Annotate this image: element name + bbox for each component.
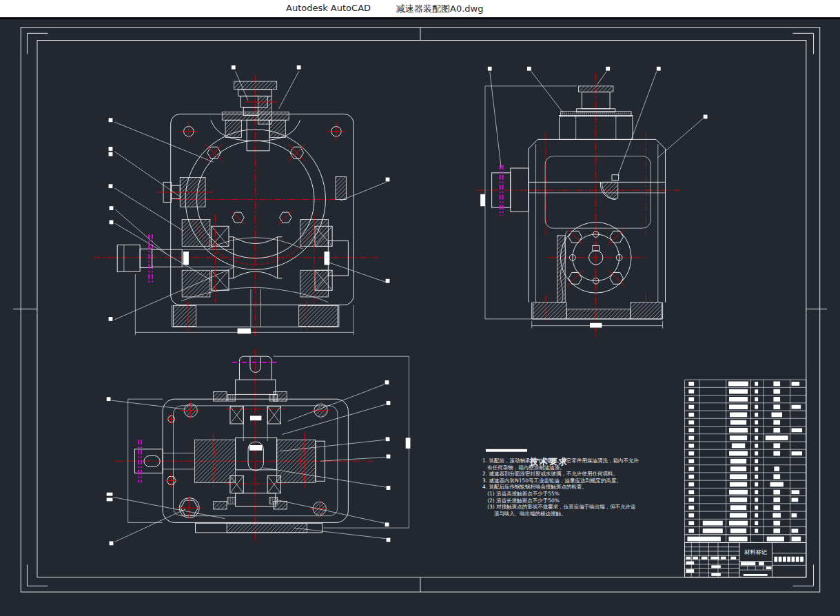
tech-req-underline (486, 449, 527, 452)
material-mark-label: 材料标记 (744, 548, 767, 555)
autocad-window: Autodesk AutoCAD 减速器装配图A0.dwg (0, 0, 840, 616)
drawing-title-blob (774, 557, 803, 562)
cad-canvas[interactable]: 材料标记 (0, 19, 840, 616)
front-view (117, 81, 354, 335)
window-titlebar[interactable]: Autodesk AutoCAD 减速器装配图A0.dwg (0, 0, 840, 19)
plan-view (107, 356, 411, 533)
title-block: 材料标记 (685, 542, 806, 577)
document-title: 减速器装配图A0.dwg (396, 3, 483, 15)
bom-table (685, 380, 806, 542)
app-title: Autodesk AutoCAD (286, 3, 371, 13)
